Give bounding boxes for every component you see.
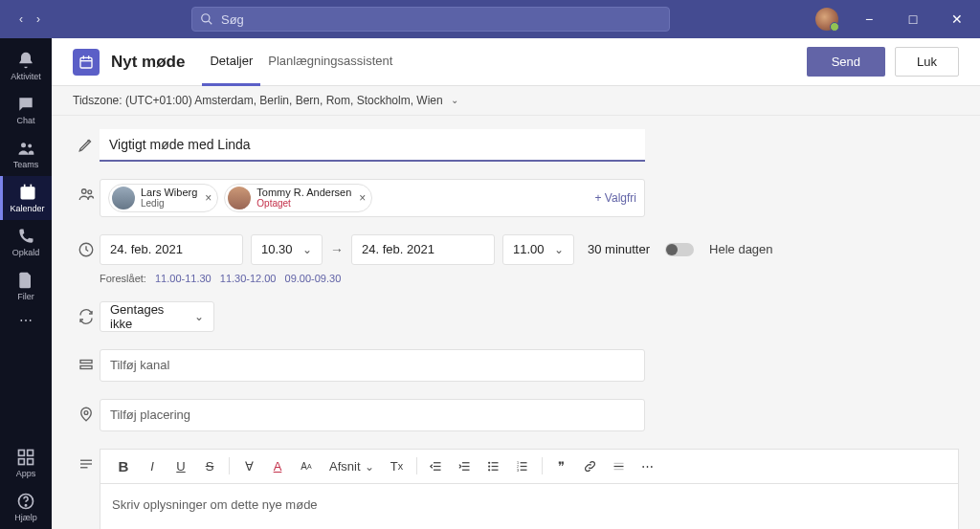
svg-point-18 bbox=[82, 189, 87, 194]
svg-point-3 bbox=[28, 144, 32, 148]
apps-icon bbox=[16, 448, 35, 467]
remove-attendee-icon[interactable]: × bbox=[359, 191, 366, 205]
pencil-icon bbox=[73, 129, 100, 153]
rail-activity[interactable]: Aktivitet bbox=[0, 44, 52, 88]
svg-line-1 bbox=[209, 21, 212, 24]
svg-point-34 bbox=[488, 465, 490, 467]
meeting-calendar-icon bbox=[73, 49, 100, 76]
rail-apps[interactable]: Apps bbox=[0, 441, 52, 485]
link-button[interactable] bbox=[577, 452, 604, 479]
bell-icon bbox=[16, 51, 35, 70]
suggested-label: Foreslået: bbox=[100, 273, 146, 284]
attendees-field[interactable]: Lars Wiberg Ledig × Tommy R. Andersen Op… bbox=[100, 179, 645, 217]
quote-button[interactable]: ❞ bbox=[548, 452, 575, 479]
suggested-slot[interactable]: 09.00-09.30 bbox=[285, 273, 342, 284]
rail-more[interactable]: ⋯ bbox=[0, 308, 52, 333]
end-time-picker[interactable]: 11.00 bbox=[502, 234, 574, 265]
chevron-down-icon bbox=[365, 459, 374, 474]
duration-label: 30 minutter bbox=[588, 242, 650, 256]
attendee-name: Lars Wiberg bbox=[141, 187, 197, 198]
main-panel: Nyt møde Detaljer Planlægningsassistent … bbox=[52, 38, 980, 529]
chat-icon bbox=[16, 95, 35, 114]
strike-button[interactable]: S bbox=[196, 452, 223, 479]
bold-button[interactable]: B bbox=[110, 452, 137, 479]
help-icon bbox=[16, 492, 35, 511]
svg-rect-9 bbox=[28, 451, 33, 456]
timezone-value: (UTC+01:00) Amsterdam, Berlin, Bern, Rom… bbox=[125, 94, 443, 107]
timezone-bar[interactable]: Tidszone: (UTC+01:00) Amsterdam, Berlin,… bbox=[52, 86, 980, 116]
clock-icon bbox=[73, 234, 100, 258]
bullet-list-button[interactable] bbox=[480, 452, 507, 479]
svg-point-23 bbox=[84, 411, 88, 415]
user-avatar[interactable] bbox=[815, 8, 838, 31]
outdent-button[interactable] bbox=[423, 452, 450, 479]
meeting-title-input[interactable] bbox=[100, 129, 645, 162]
svg-rect-37 bbox=[492, 466, 499, 467]
nav-forward-icon[interactable]: › bbox=[31, 11, 46, 27]
attendee-status: Ledig bbox=[141, 198, 197, 209]
rail-files[interactable]: Filer bbox=[0, 264, 52, 308]
svg-point-2 bbox=[21, 143, 26, 147]
svg-rect-10 bbox=[19, 459, 25, 465]
send-button[interactable]: Send bbox=[807, 47, 885, 77]
underline-button[interactable]: U bbox=[167, 452, 194, 479]
start-date-picker[interactable]: 24. feb. 2021 bbox=[100, 234, 243, 265]
rail-calls[interactable]: Opkald bbox=[0, 220, 52, 264]
search-icon bbox=[200, 12, 213, 26]
paragraph-style-select[interactable]: Afsnit bbox=[322, 452, 382, 479]
chevron-down-icon bbox=[302, 242, 312, 256]
svg-text:3: 3 bbox=[517, 468, 519, 472]
font-color-button[interactable]: A bbox=[264, 452, 291, 479]
window-close-icon[interactable]: ✕ bbox=[944, 6, 970, 33]
more-options-button[interactable]: ⋯ bbox=[635, 452, 661, 479]
rail-chat[interactable]: Chat bbox=[0, 88, 52, 132]
arrow-right-icon: → bbox=[330, 242, 344, 257]
suggested-slot[interactable]: 11.30-12.00 bbox=[220, 273, 277, 284]
svg-rect-36 bbox=[492, 462, 499, 463]
svg-point-13 bbox=[25, 505, 26, 506]
clear-formatting-button[interactable]: Tx bbox=[384, 452, 411, 479]
avatar-icon bbox=[228, 187, 251, 209]
svg-rect-21 bbox=[80, 360, 92, 363]
highlight-button[interactable]: ∀ bbox=[235, 452, 262, 479]
svg-rect-11 bbox=[28, 459, 33, 465]
svg-point-19 bbox=[88, 190, 92, 194]
svg-rect-8 bbox=[19, 451, 25, 456]
start-time-picker[interactable]: 10.30 bbox=[251, 234, 323, 265]
recurrence-icon bbox=[73, 301, 100, 325]
suggested-slot[interactable]: 11.00-11.30 bbox=[155, 273, 212, 284]
tab-scheduling-assistant[interactable]: Planlægningsassistent bbox=[260, 38, 400, 86]
svg-point-35 bbox=[488, 469, 490, 471]
location-input[interactable]: Tilføj placering bbox=[100, 399, 645, 431]
numbered-list-button[interactable]: 123 bbox=[509, 452, 536, 479]
svg-rect-38 bbox=[492, 470, 499, 471]
description-editor[interactable]: Skriv oplysninger om dette nye møde bbox=[100, 483, 959, 529]
location-icon bbox=[73, 399, 100, 423]
window-maximize-icon[interactable]: □ bbox=[900, 6, 926, 33]
chevron-down-icon: ⌄ bbox=[451, 95, 458, 105]
app-titlebar: ‹ › Søg − □ ✕ bbox=[0, 0, 980, 38]
rail-teams[interactable]: Teams bbox=[0, 132, 52, 176]
tab-details[interactable]: Detaljer bbox=[202, 38, 260, 86]
attendee-chip[interactable]: Lars Wiberg Ledig × bbox=[108, 184, 218, 212]
font-size-button[interactable]: AA bbox=[293, 452, 320, 479]
editor-toolbar: B I U S ∀ A AA Afsnit Tx bbox=[100, 449, 959, 483]
recurrence-select[interactable]: Gentages ikke bbox=[100, 301, 214, 332]
remove-attendee-icon[interactable]: × bbox=[205, 191, 212, 205]
optional-attendees-link[interactable]: + Valgfri bbox=[595, 191, 636, 205]
rail-calendar[interactable]: Kalender bbox=[0, 176, 52, 220]
window-minimize-icon[interactable]: − bbox=[856, 6, 882, 33]
global-search[interactable]: Søg bbox=[191, 7, 670, 32]
nav-back-icon[interactable]: ‹ bbox=[13, 11, 29, 27]
end-date-picker[interactable]: 24. feb. 2021 bbox=[351, 234, 495, 265]
channel-input[interactable]: Tilføj kanal bbox=[100, 349, 645, 382]
allday-toggle[interactable] bbox=[665, 243, 694, 256]
italic-button[interactable]: I bbox=[139, 452, 166, 479]
hr-button[interactable] bbox=[606, 452, 633, 479]
description-icon bbox=[73, 449, 100, 473]
close-button[interactable]: Luk bbox=[895, 47, 959, 77]
rail-help[interactable]: Hjælp bbox=[0, 485, 52, 529]
indent-button[interactable] bbox=[452, 452, 479, 479]
phone-icon bbox=[16, 227, 35, 246]
attendee-chip[interactable]: Tommy R. Andersen Optaget × bbox=[224, 184, 372, 212]
